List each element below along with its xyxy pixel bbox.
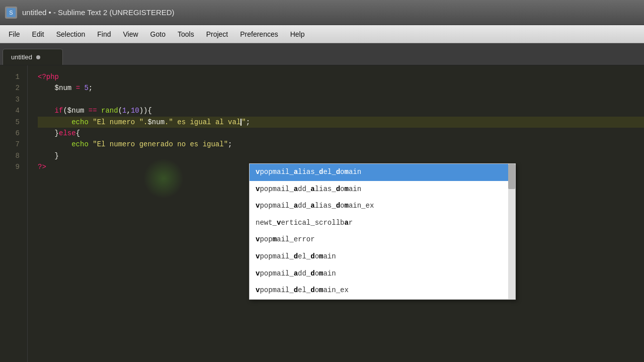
menu-edit[interactable]: Edit: [26, 28, 50, 41]
autocomplete-item-1[interactable]: vpopmail_add_alias_domain: [250, 181, 515, 198]
autocomplete-item-2[interactable]: vpopmail_add_alias_domain_ex: [250, 198, 515, 215]
line-num-1: 1: [0, 71, 20, 82]
menu-find[interactable]: Find: [91, 28, 117, 41]
menu-selection[interactable]: Selection: [50, 28, 92, 41]
code-line-7: echo "El numero generado no es igual";: [38, 139, 644, 150]
menu-help[interactable]: Help: [284, 28, 311, 41]
autocomplete-item-5[interactable]: vpopmail_del_domain: [250, 248, 515, 265]
line-num-7: 7: [0, 139, 20, 150]
tab-bar: untitled: [0, 43, 644, 65]
menu-goto[interactable]: Goto: [144, 28, 172, 41]
line-num-9: 9: [0, 161, 20, 172]
code-line-6: }else{: [38, 128, 644, 139]
code-line-2: $num = 5;: [38, 82, 644, 94]
menu-project[interactable]: Project: [200, 28, 234, 41]
line-num-5: 5: [0, 117, 20, 128]
menu-tools[interactable]: Tools: [172, 28, 200, 41]
line-num-6: 6: [0, 128, 20, 139]
title-bar: S untitled • - Sublime Text 2 (UNREGISTE…: [0, 0, 644, 25]
line-num-8: 8: [0, 150, 20, 161]
code-line-8: }: [38, 150, 644, 161]
line-numbers: 1 2 3 4 5 6 7 8 9: [0, 65, 28, 362]
menu-file[interactable]: File: [3, 28, 26, 41]
code-line-5: echo "El numero ".$num." es igual al val…: [38, 117, 644, 128]
code-line-1: <?php: [38, 71, 644, 82]
app-icon: S: [5, 7, 17, 19]
line-num-4: 4: [0, 105, 20, 116]
line-num-3: 3: [0, 94, 20, 105]
line-num-2: 2: [0, 82, 20, 94]
menu-preferences[interactable]: Preferences: [234, 28, 284, 41]
tab-untitled[interactable]: untitled: [3, 49, 63, 65]
autocomplete-item-4[interactable]: vpopmail_error: [250, 231, 515, 248]
autocomplete-dropdown[interactable]: vpopmail_alias_del_domain vpopmail_add_a…: [249, 163, 516, 300]
tab-modified-dot: [36, 55, 40, 59]
code-line-3: [38, 94, 644, 105]
editor-area[interactable]: 1 2 3 4 5 6 7 8 9 <?php $num = 5; if($nu…: [0, 65, 644, 362]
code-area[interactable]: <?php $num = 5; if($num == rand(1,10)){ …: [28, 65, 644, 362]
menu-bar: File Edit Selection Find View Goto Tools…: [0, 25, 644, 43]
autocomplete-item-0[interactable]: vpopmail_alias_del_domain: [250, 164, 515, 181]
tab-label: untitled: [11, 53, 32, 61]
autocomplete-scrollbar[interactable]: [508, 164, 515, 299]
autocomplete-item-6[interactable]: vpopmail_add_domain: [250, 265, 515, 283]
autocomplete-scrollbar-thumb[interactable]: [508, 164, 515, 189]
autocomplete-item-7[interactable]: vpopmail_del_domain_ex: [250, 282, 515, 299]
code-line-4: if($num == rand(1,10)){: [38, 105, 644, 116]
window-title: untitled • - Sublime Text 2 (UNREGISTERE…: [22, 8, 175, 17]
menu-view[interactable]: View: [117, 28, 144, 41]
svg-text:S: S: [9, 10, 13, 16]
autocomplete-item-3[interactable]: newt_vertical_scrollbar: [250, 215, 515, 232]
